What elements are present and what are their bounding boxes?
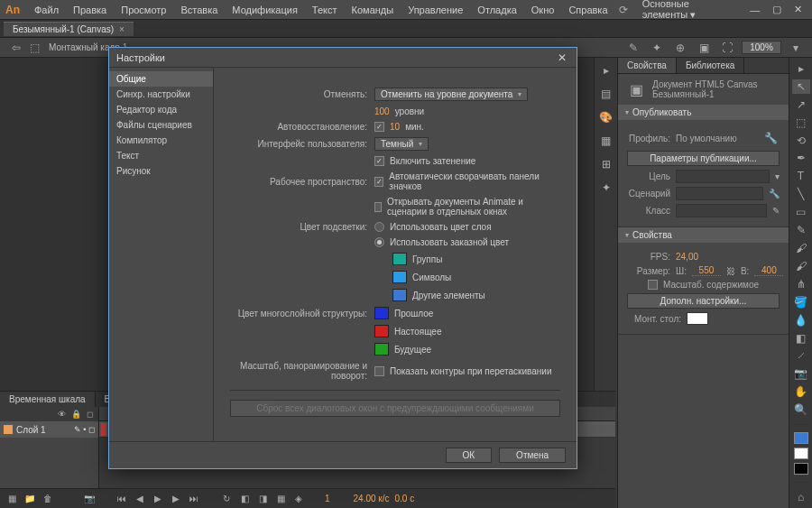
- zoom-tool-icon[interactable]: 🔍: [792, 402, 810, 417]
- last-frame-icon[interactable]: ⏭: [188, 493, 200, 505]
- outline-icon[interactable]: ◻: [87, 410, 93, 419]
- show-outlines-checkbox[interactable]: [374, 366, 384, 376]
- eraser-tool-icon[interactable]: ◧: [792, 331, 810, 346]
- window-maximize-icon[interactable]: ▢: [769, 3, 785, 17]
- bone-tool-icon[interactable]: ⋔: [792, 277, 810, 291]
- lock-icon[interactable]: 🔒: [71, 410, 81, 419]
- paint-brush-tool-icon[interactable]: 🖌: [792, 259, 810, 273]
- onion-icon[interactable]: ◧: [238, 493, 251, 505]
- camera-icon[interactable]: 📷: [83, 493, 96, 505]
- transform-panel-icon[interactable]: ⊞: [597, 155, 615, 173]
- use-layer-color-radio[interactable]: [374, 222, 384, 232]
- menu-control[interactable]: Управление: [401, 3, 470, 17]
- pen-tool-icon[interactable]: ✒: [792, 152, 810, 166]
- components-panel-icon[interactable]: ✦: [597, 179, 615, 197]
- snap-icon[interactable]: ⌂: [792, 490, 810, 504]
- current-frame[interactable]: 1: [325, 494, 330, 503]
- stage-color-picker[interactable]: [687, 312, 708, 325]
- expand-icon[interactable]: ▸: [792, 61, 810, 76]
- target-field[interactable]: [676, 170, 770, 183]
- scene-back-icon[interactable]: ⇦: [7, 39, 25, 57]
- menu-help[interactable]: Справка: [561, 3, 614, 17]
- lasso-tool-icon[interactable]: ⟲: [792, 134, 810, 148]
- future-color-chip[interactable]: [374, 343, 389, 356]
- menu-file[interactable]: Файл: [27, 3, 66, 17]
- clip-icon[interactable]: ▣: [695, 39, 713, 57]
- pencil-icon[interactable]: ✎: [772, 206, 780, 216]
- paint-bucket-tool-icon[interactable]: 🪣: [792, 295, 810, 309]
- auto-collapse-checkbox[interactable]: [374, 177, 383, 187]
- enable-shading-checkbox[interactable]: [374, 156, 384, 166]
- pencil-tool-icon[interactable]: ✎: [792, 223, 810, 237]
- window-close-icon[interactable]: ✕: [790, 3, 807, 17]
- publish-params-button[interactable]: Параметры публикации...: [627, 151, 780, 166]
- brush-tool-icon[interactable]: 🖌: [792, 241, 810, 255]
- loop-icon[interactable]: ↻: [220, 493, 233, 505]
- sidebar-item-code-editor[interactable]: Редактор кода: [109, 102, 213, 117]
- ok-button[interactable]: ОК: [446, 448, 493, 463]
- menu-edit[interactable]: Правка: [66, 3, 114, 17]
- tab-timeline[interactable]: Временная шкала: [0, 392, 96, 407]
- symbols-color-chip[interactable]: [392, 271, 407, 283]
- rectangle-tool-icon[interactable]: ▭: [792, 205, 810, 219]
- first-frame-icon[interactable]: ⏮: [115, 493, 128, 505]
- doc-tab-1[interactable]: Безымянный-1 (Canvas) ×: [4, 22, 134, 36]
- line-tool-icon[interactable]: ╲: [792, 187, 810, 201]
- script-field[interactable]: [676, 187, 763, 200]
- menu-debug[interactable]: Отладка: [470, 3, 523, 17]
- reset-warnings-button[interactable]: Сброс всех диалоговых окон с предупрежда…: [230, 400, 560, 417]
- next-frame-icon[interactable]: ▶: [170, 493, 182, 505]
- new-layer-icon[interactable]: ▦: [5, 493, 18, 505]
- workspace-selector[interactable]: Основные элементы ▾: [637, 0, 742, 23]
- other-color-chip[interactable]: [392, 289, 407, 301]
- onion-outline-icon[interactable]: ◨: [256, 493, 269, 505]
- menu-window[interactable]: Окно: [524, 3, 562, 17]
- sync-icon[interactable]: ⟳: [615, 1, 632, 19]
- class-field[interactable]: [676, 204, 767, 217]
- new-folder-icon[interactable]: 📁: [23, 493, 36, 505]
- link-icon[interactable]: ⛓: [726, 266, 735, 276]
- height-input[interactable]: [754, 265, 783, 276]
- play-icon[interactable]: ▶: [152, 493, 164, 505]
- wrench-icon[interactable]: 🔧: [769, 189, 780, 199]
- menu-text[interactable]: Текст: [305, 3, 345, 17]
- sidebar-item-script-files[interactable]: Файлы сценариев: [109, 117, 213, 133]
- menu-view[interactable]: Просмотр: [114, 3, 173, 17]
- symbol-icon[interactable]: ✦: [648, 39, 666, 57]
- text-tool-icon[interactable]: T: [792, 169, 810, 183]
- width-tool-icon[interactable]: ⟋: [792, 349, 810, 364]
- sidebar-item-compiler[interactable]: Компилятор: [109, 133, 213, 148]
- width-input[interactable]: [692, 265, 721, 276]
- window-minimize-icon[interactable]: —: [747, 3, 763, 17]
- menu-modify[interactable]: Модификация: [225, 3, 305, 17]
- align-panel-icon[interactable]: ▤: [597, 85, 615, 103]
- delete-layer-icon[interactable]: 🗑: [42, 493, 54, 505]
- stroke-color-swatch[interactable]: [794, 432, 808, 444]
- scale-content-checkbox[interactable]: [648, 280, 658, 290]
- undo-levels-value[interactable]: 100: [374, 106, 390, 116]
- eyedropper-tool-icon[interactable]: 💧: [792, 313, 810, 328]
- section-props-header[interactable]: Свойства: [618, 227, 789, 243]
- undo-level-select[interactable]: Отменить на уровне документа▾: [374, 88, 528, 101]
- edit-scene-icon[interactable]: ✎: [624, 39, 642, 57]
- tab-library[interactable]: Библиотека: [677, 58, 744, 73]
- black-white-swatch[interactable]: [794, 463, 808, 475]
- fill-color-swatch[interactable]: [794, 448, 808, 459]
- advanced-settings-button[interactable]: Дополн. настройки...: [627, 293, 780, 309]
- edit-multi-icon[interactable]: ▦: [274, 493, 287, 505]
- center-icon[interactable]: ⊕: [671, 39, 689, 57]
- sidebar-item-text[interactable]: Текст: [109, 148, 213, 163]
- autorecover-checkbox[interactable]: [374, 122, 384, 132]
- subselection-tool-icon[interactable]: ↗: [792, 97, 810, 112]
- camera-tool-icon[interactable]: 📷: [792, 366, 810, 381]
- use-custom-color-radio[interactable]: [374, 237, 384, 247]
- section-publish-header[interactable]: Опубликовать: [618, 105, 789, 120]
- ui-theme-select[interactable]: Темный▾: [374, 137, 429, 151]
- sidebar-item-sync[interactable]: Синхр. настройки: [109, 87, 213, 102]
- fit-icon[interactable]: ⛶: [718, 39, 736, 57]
- prev-frame-icon[interactable]: ◀: [134, 493, 146, 505]
- selection-tool-icon[interactable]: ↖: [792, 79, 810, 94]
- close-icon[interactable]: ×: [119, 24, 125, 34]
- keyframe-1[interactable]: [101, 423, 106, 436]
- dialog-titlebar[interactable]: Настройки ✕: [109, 48, 577, 68]
